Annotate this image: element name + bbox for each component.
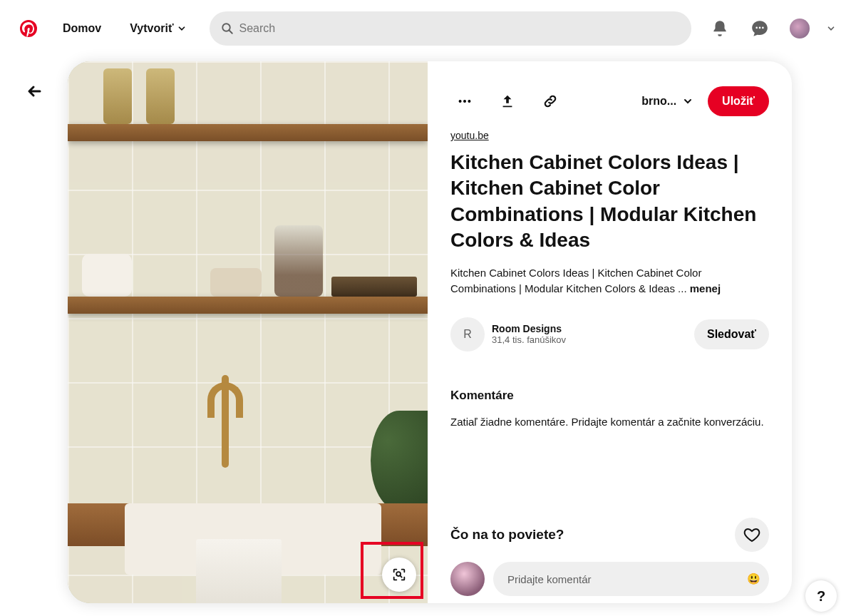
save-button[interactable]: Uložiť [708, 86, 769, 116]
author-followers: 31,4 tis. fanúšikov [492, 334, 566, 345]
svg-line-7 [400, 575, 401, 577]
accounts-chevron[interactable] [822, 11, 840, 46]
comments-empty-text: Zatiaľ žiadne komentáre. Pridajte koment… [450, 414, 769, 431]
avatar [790, 19, 810, 38]
visual-search-button[interactable] [382, 558, 416, 592]
comment-input[interactable]: Pridajte komentár 😃 [493, 562, 769, 596]
help-button[interactable]: ? [805, 580, 837, 612]
arrow-left-icon [26, 83, 43, 100]
user-avatar[interactable] [450, 562, 485, 596]
source-link[interactable]: youtu.be [450, 130, 769, 141]
bell-icon [711, 19, 729, 38]
dots-icon [457, 93, 473, 109]
link-icon [542, 93, 558, 109]
nav-create-label: Vytvoriť [130, 22, 173, 35]
header: Domov Vytvoriť [0, 0, 851, 57]
svg-point-9 [463, 100, 466, 103]
profile-button[interactable] [783, 11, 817, 46]
decorative-kitchen-scene [68, 61, 428, 603]
notifications-button[interactable] [703, 11, 737, 46]
search-bar[interactable] [210, 11, 691, 46]
comment-placeholder: Pridajte komentár [507, 573, 592, 585]
board-selector[interactable]: brno... [636, 95, 699, 108]
board-name: brno... [641, 95, 676, 108]
author-name[interactable]: Room Designs [492, 323, 566, 334]
pin-description: Kitchen Cabinet Colors Ideas | Kitchen C… [450, 265, 769, 297]
pin-image[interactable] [68, 61, 428, 603]
back-button[interactable] [17, 74, 51, 108]
author-row: R Room Designs 31,4 tis. fanúšikov Sledo… [450, 317, 769, 351]
like-button[interactable] [735, 518, 769, 552]
pin-actions-bar: brno... Uložiť [450, 84, 769, 118]
lens-icon [391, 567, 407, 582]
follow-button[interactable]: Sledovať [694, 319, 769, 349]
pin-info-pane: brno... Uložiť youtu.be Kitchen Cabinet … [428, 61, 792, 603]
messages-button[interactable] [743, 11, 777, 46]
svg-point-8 [459, 100, 462, 103]
chat-icon [751, 19, 769, 38]
comments-section: Komentáre Zatiaľ žiadne komentáre. Prida… [450, 389, 769, 431]
share-button[interactable] [493, 87, 522, 115]
pinterest-logo[interactable] [11, 11, 46, 46]
svg-line-2 [229, 30, 232, 34]
less-toggle[interactable]: menej [690, 282, 721, 294]
pin-card: brno... Uložiť youtu.be Kitchen Cabinet … [68, 61, 792, 603]
svg-point-5 [762, 27, 764, 29]
chevron-down-icon [682, 96, 693, 107]
search-input[interactable] [239, 22, 680, 35]
more-button[interactable] [450, 87, 479, 115]
comment-footer: Čo na to poviete? Pridajte komentár 😃 [450, 518, 769, 596]
nav-home[interactable]: Domov [51, 14, 113, 43]
search-icon [221, 22, 234, 35]
author-avatar[interactable]: R [450, 317, 485, 351]
heart-icon [743, 526, 760, 543]
copy-link-button[interactable] [536, 87, 564, 115]
nav-create[interactable]: Vytvoriť [118, 14, 197, 43]
emoji-button[interactable]: 😃 [747, 573, 760, 585]
svg-point-3 [755, 27, 758, 29]
share-icon [500, 93, 515, 109]
chevron-down-icon [177, 24, 187, 34]
comment-cta: Čo na to poviete? [450, 527, 564, 543]
pin-title: Kitchen Cabinet Colors Ideas | Kitchen C… [450, 150, 769, 254]
chevron-down-icon [826, 24, 836, 34]
comments-title: Komentáre [450, 389, 769, 403]
svg-point-4 [759, 27, 761, 29]
svg-point-10 [468, 100, 470, 103]
